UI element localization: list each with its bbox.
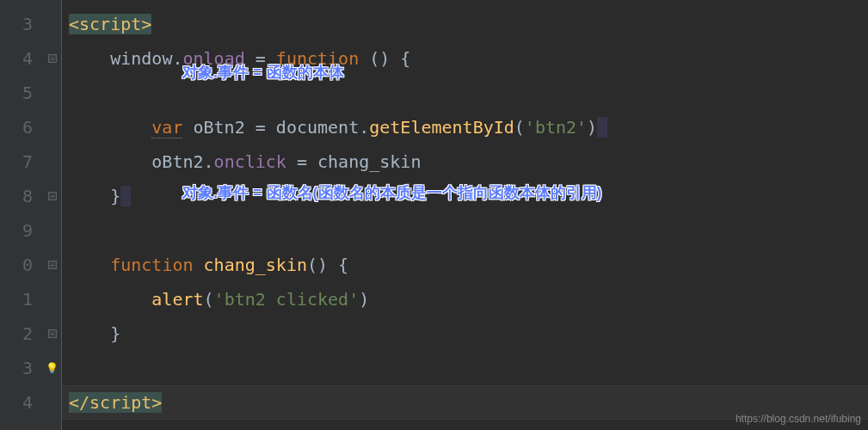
watermark: https://blog.csdn.net/ifubing	[736, 413, 861, 425]
line-number: 8	[0, 179, 33, 213]
fold-icon[interactable]	[48, 261, 57, 269]
line-number: 6	[0, 110, 33, 144]
fold-icon[interactable]	[48, 54, 57, 63]
code-line[interactable]: var oBtn2 = document.getElementById('btn…	[69, 110, 868, 144]
line-gutter: 3 4 5 6 7 8 9 0 1 2 3 4	[0, 0, 43, 430]
fold-icon[interactable]	[48, 192, 57, 200]
caret-mark	[120, 186, 131, 206]
annotation-text: 对象.事件 = 函数名(函数名的本质是一个指向函数本体的引用)	[182, 182, 602, 203]
line-number: 5	[0, 76, 33, 110]
line-number: 2	[0, 316, 33, 351]
caret-mark	[597, 117, 607, 138]
code-line[interactable]: alert('btn2 clicked')	[69, 282, 868, 316]
script-open-tag: <script>	[69, 14, 151, 34]
code-line[interactable]: function chang_skin() {	[69, 248, 868, 282]
line-number: 4	[0, 41, 33, 76]
line-number: 1	[0, 282, 33, 316]
line-number: 4	[0, 385, 33, 420]
code-editor: 3 4 5 6 7 8 9 0 1 2 3 4 💡 <script> windo…	[0, 0, 868, 430]
code-line[interactable]: }	[69, 316, 868, 351]
code-line[interactable]: oBtn2.onclick = chang_skin	[69, 144, 868, 179]
line-number: 0	[0, 248, 33, 282]
intention-bulb-icon[interactable]: 💡	[46, 362, 58, 374]
fold-column: 💡	[43, 0, 62, 430]
line-number: 9	[0, 213, 33, 248]
code-area[interactable]: <script> window.onload = function () { v…	[62, 0, 868, 430]
fold-icon[interactable]	[48, 329, 57, 338]
script-close-tag: </script>	[69, 392, 162, 413]
line-number: 3	[0, 351, 33, 385]
annotation-text: 对象.事件 = 函数的本体	[182, 62, 344, 83]
line-number: 3	[0, 7, 33, 41]
line-number: 7	[0, 144, 33, 179]
code-line[interactable]: <script>	[69, 7, 868, 41]
code-line[interactable]	[69, 213, 868, 248]
code-line[interactable]	[69, 351, 868, 385]
